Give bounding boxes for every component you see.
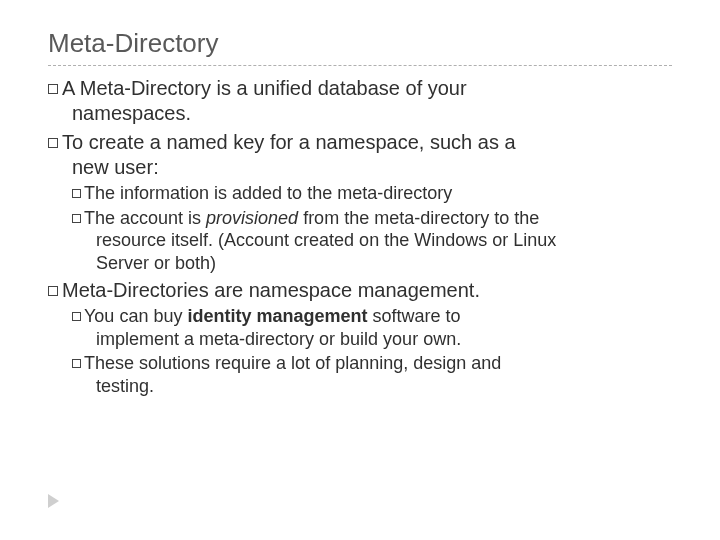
bullet-text-cont: new user: [48,155,672,180]
title-divider [48,65,672,66]
bullet-text-cont: resource itself. (Account created on the… [72,229,672,252]
bullet-2-sub-2: The account is provisioned from the meta… [72,207,672,275]
bullet-text-bold: identity management [187,306,367,326]
square-bullet-icon [72,312,81,321]
bullet-3-sub-1: You can buy identity management software… [72,305,672,350]
slide-title: Meta-Directory [48,28,672,59]
bullet-text-cont: Server or both) [72,252,672,275]
square-bullet-icon [48,84,58,94]
bullet-text: Meta-Directories are namespace managemen… [62,279,480,301]
bullet-text-pre: You can buy [84,306,187,326]
bullet-text-cont: namespaces. [48,101,672,126]
bullet-text-cont: testing. [72,375,672,398]
bullet-text-post: from the meta-directory to the [298,208,539,228]
square-bullet-icon [48,286,58,296]
bullet-text-pre: The account is [84,208,206,228]
bullet-text: A Meta-Directory is a unified database o… [62,77,467,99]
bullet-text: The information is added to the meta-dir… [84,183,452,203]
square-bullet-icon [72,214,81,223]
square-bullet-icon [72,189,81,198]
square-bullet-icon [48,138,58,148]
bullet-text-em: provisioned [206,208,298,228]
bullet-2-sub-1: The information is added to the meta-dir… [72,182,672,205]
bullet-text: These solutions require a lot of plannin… [84,353,501,373]
bullet-text-post: software to [367,306,460,326]
bullet-3-sub-2: These solutions require a lot of plannin… [72,352,672,397]
bullet-1: A Meta-Directory is a unified database o… [48,76,672,126]
bullet-2: To create a named key for a namespace, s… [48,130,672,180]
bullet-text: To create a named key for a namespace, s… [62,131,516,153]
square-bullet-icon [72,359,81,368]
bullet-3: Meta-Directories are namespace managemen… [48,278,672,303]
bullet-text-cont: implement a meta-directory or build your… [72,328,672,351]
arrow-right-icon [48,494,59,508]
